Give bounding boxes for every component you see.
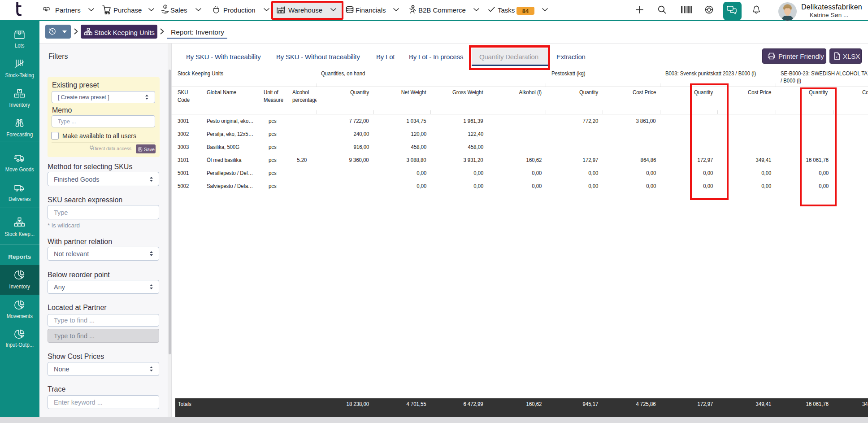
svg-text:x: x <box>836 55 838 59</box>
